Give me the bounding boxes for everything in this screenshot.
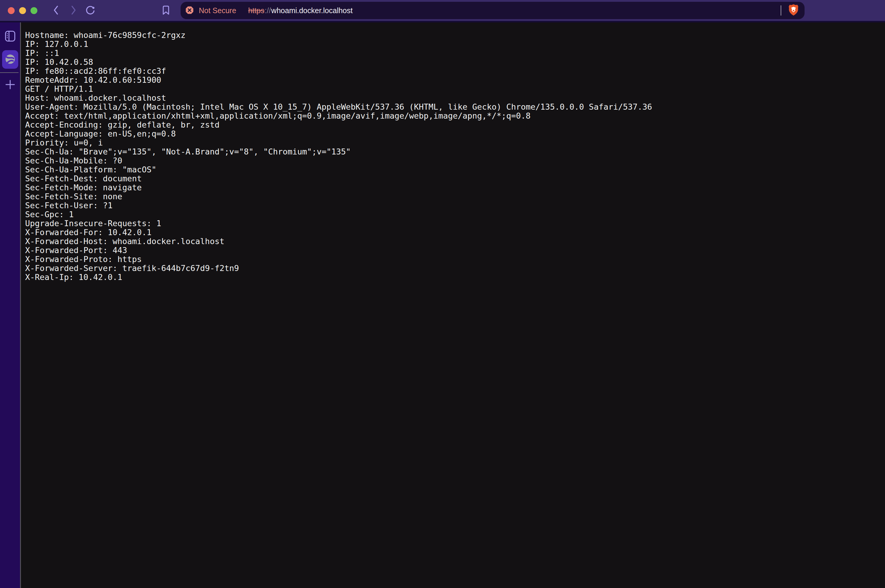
url-text: https://whoami.docker.localhost [248,6,353,15]
sidebar-toggle-icon [5,39,15,43]
site-security-badge[interactable]: Not Secure [185,6,236,15]
minimize-button[interactable] [19,7,26,14]
new-tab-icon [5,86,15,91]
not-secure-icon [185,6,194,15]
main-row: Hostname: whoami-76c9859cfc-2rgxz IP: 12… [0,22,885,588]
globe-icon [4,53,16,66]
bookmark-button[interactable] [162,5,170,15]
reload-button[interactable] [86,5,95,15]
browser-toolbar: Not Secure https://whoami.docker.localho… [0,0,885,21]
close-button[interactable] [8,7,15,14]
url-scheme: https [248,6,264,15]
back-icon [52,5,61,16]
brave-shields-button[interactable] [788,4,799,17]
browser-window: Not Secure https://whoami.docker.localho… [0,0,885,588]
nav-buttons [52,5,95,15]
not-secure-label: Not Secure [199,7,236,14]
whoami-response-text: Hostname: whoami-76c9859cfc-2rgxz IP: 12… [21,22,885,282]
zoom-button[interactable] [30,7,38,14]
reload-icon [86,5,95,16]
url-host: whoami.docker.localhost [271,6,353,15]
forward-button[interactable] [69,5,78,15]
sidebar-toggle-button[interactable] [5,30,15,42]
sidebar-divider [0,72,18,73]
traffic-lights [8,7,38,14]
vertical-tabs-sidebar [0,22,20,588]
url-scheme-separator: :// [264,6,271,15]
url-bar[interactable]: Not Secure https://whoami.docker.localho… [180,2,805,19]
brave-shield-icon [788,4,799,18]
tab-whoami-active[interactable] [2,50,18,69]
page-content: Hostname: whoami-76c9859cfc-2rgxz IP: 12… [21,22,885,588]
forward-icon [69,5,78,16]
new-tab-button[interactable] [5,79,15,90]
urlbar-separator [781,5,781,15]
back-button[interactable] [52,5,61,15]
bookmark-icon [162,5,170,16]
